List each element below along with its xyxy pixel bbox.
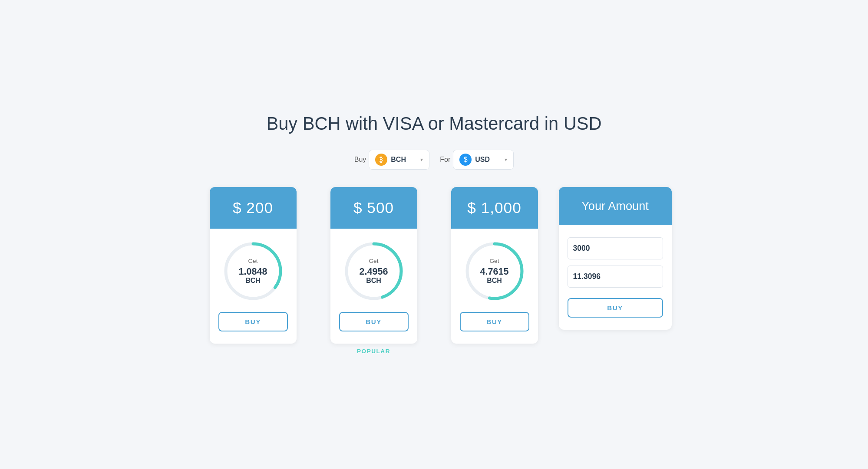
bch-input[interactable]: [568, 266, 663, 287]
for-dropdown[interactable]: $ USD ▾: [453, 150, 514, 170]
card-1000: $ 1,000 Get 4.7615 BCH BUY: [451, 187, 538, 344]
card-200-amount: 1.0848: [238, 266, 267, 277]
buy-dropdown[interactable]: ₿ BCH ▾: [369, 150, 429, 170]
usd-icon: $: [459, 154, 472, 166]
card-1000-price: $ 1,000: [460, 199, 529, 216]
your-amount-body: USD BCH BUY: [559, 225, 672, 330]
cards-row: $ 200 Get 1.0848 BCH BUY: [195, 187, 673, 356]
buy-label: Buy: [354, 156, 366, 164]
page-wrapper: Buy BCH with VISA or Mastercard in USD B…: [195, 113, 673, 356]
for-label: For: [440, 156, 450, 164]
your-amount-header: Your Amount: [559, 187, 672, 225]
your-amount-card: Your Amount USD BCH BUY: [559, 187, 672, 330]
card-500-buy-button[interactable]: BUY: [339, 312, 409, 331]
card-200-get-label: Get: [238, 257, 267, 264]
card-1000-get-label: Get: [480, 257, 508, 264]
your-amount-buy-button[interactable]: BUY: [568, 298, 663, 318]
bch-input-row: BCH: [568, 266, 663, 288]
card-200-header: $ 200: [210, 187, 297, 229]
card-200: $ 200 Get 1.0848 BCH BUY: [210, 187, 297, 344]
popular-badge: POPULAR: [357, 344, 390, 356]
for-currency-text: USD: [475, 156, 490, 164]
card-200-buy-button[interactable]: BUY: [218, 312, 288, 331]
card-200-price: $ 200: [218, 199, 288, 216]
card-200-center: Get 1.0848 BCH: [238, 257, 267, 285]
card-500-currency: BCH: [359, 277, 388, 285]
usd-input-row: USD: [568, 237, 663, 259]
for-chevron-icon: ▾: [505, 157, 507, 163]
card-500-circle: Get 2.4956 BCH: [343, 241, 404, 302]
bch-icon: ₿: [375, 154, 387, 166]
amount-inputs: USD BCH: [568, 237, 663, 288]
card-500-body: Get 2.4956 BCH BUY: [330, 229, 417, 344]
card-200-body: Get 1.0848 BCH BUY: [210, 229, 297, 344]
card-1000-amount: 4.7615: [480, 266, 508, 277]
card-1000-buy-button[interactable]: BUY: [460, 312, 529, 331]
card-1000-body: Get 4.7615 BCH BUY: [451, 229, 538, 344]
card-500-price: $ 500: [339, 199, 409, 216]
card-500: $ 500 Get 2.4956 BCH BUY: [330, 187, 417, 344]
selectors-row: Buy ₿ BCH ▾ For $ USD ▾: [195, 150, 673, 170]
buy-selector-wrapper: Buy ₿ BCH ▾: [354, 150, 430, 170]
card-200-circle: Get 1.0848 BCH: [223, 241, 284, 302]
card-500-header: $ 500: [330, 187, 417, 229]
usd-input[interactable]: [568, 238, 663, 259]
card-500-amount: 2.4956: [359, 266, 388, 277]
for-selector-wrapper: For $ USD ▾: [440, 150, 514, 170]
page-title: Buy BCH with VISA or Mastercard in USD: [195, 113, 673, 134]
card-500-center: Get 2.4956 BCH: [359, 257, 388, 285]
card-1000-center: Get 4.7615 BCH: [480, 257, 508, 285]
card-1000-currency: BCH: [480, 277, 508, 285]
card-200-currency: BCH: [238, 277, 267, 285]
card-1000-circle: Get 4.7615 BCH: [464, 241, 525, 302]
your-amount-title: Your Amount: [568, 199, 663, 213]
buy-currency-text: BCH: [391, 156, 406, 164]
card-1000-header: $ 1,000: [451, 187, 538, 229]
buy-chevron-icon: ▾: [420, 157, 423, 163]
card-500-get-label: Get: [359, 257, 388, 264]
